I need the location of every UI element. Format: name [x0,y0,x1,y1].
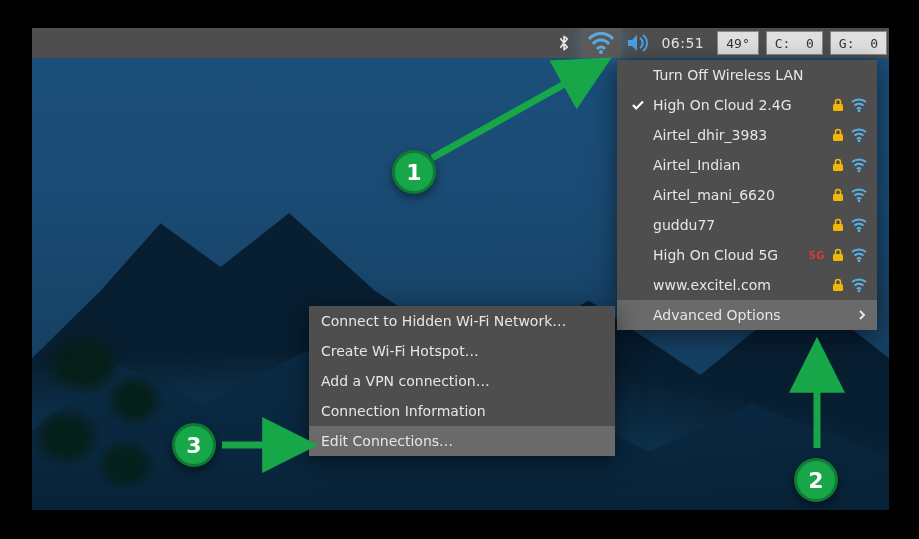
submenu-item-label: Connection Information [321,403,486,419]
submenu-item-label: Connect to Hidden Wi-Fi Network… [321,313,566,329]
submenu-item-add-vpn[interactable]: Add a VPN connection… [309,366,615,396]
clock[interactable]: 06:51 [655,35,710,51]
svg-rect-3 [833,134,843,141]
cpu-usage-widget[interactable]: C: 0 [766,31,823,55]
menu-item-turn-off-wifi[interactable]: Turn Off Wireless LAN [617,60,877,90]
submenu-item-create-hotspot[interactable]: Create Wi-Fi Hotspot… [309,336,615,366]
svg-point-14 [858,290,861,293]
network-ssid: Airtel_dhir_3983 [653,127,827,143]
checkmark-icon [631,98,645,112]
svg-rect-5 [833,164,843,171]
menu-item-network[interactable]: High On Cloud 5G5G [617,240,877,270]
wifi-signal-icon [851,247,867,263]
lock-icon [831,158,845,172]
wallpaper-foliage [32,327,203,510]
svg-point-8 [858,200,861,203]
menu-item-network[interactable]: www.excitel.com [617,270,877,300]
lock-icon [831,278,845,292]
svg-point-12 [858,260,861,263]
menu-item-network[interactable]: High On Cloud 2.4G [617,90,877,120]
network-ssid: High On Cloud 5G [653,247,805,263]
menu-item-network[interactable]: Airtel_mani_6620 [617,180,877,210]
svg-rect-7 [833,194,843,201]
network-ssid: High On Cloud 2.4G [653,97,827,113]
menu-item-network[interactable]: Airtel_dhir_3983 [617,120,877,150]
svg-point-4 [858,140,861,143]
annotation-arrow-1 [402,48,632,178]
wifi-signal-icon [851,97,867,113]
submenu-item-label: Add a VPN connection… [321,373,490,389]
chevron-right-icon [857,310,867,320]
annotation-arrow-2 [787,338,847,468]
submenu-item-connection-info[interactable]: Connection Information [309,396,615,426]
wifi-signal-icon [851,277,867,293]
svg-point-10 [858,230,861,233]
desktop-area: 06:51 49° C: 0 G: 0 Turn Off Wireless LA… [32,28,889,510]
annotation-step-1: 1 [392,150,436,194]
lock-icon [831,218,845,232]
svg-point-2 [858,110,861,113]
wifi-signal-icon [851,127,867,143]
network-ssid: Airtel_mani_6620 [653,187,827,203]
menu-item-network[interactable]: Airtel_Indian [617,150,877,180]
network-ssid: guddu77 [653,217,827,233]
svg-rect-11 [833,254,843,261]
annotation-arrow-3 [212,430,322,460]
svg-rect-1 [833,104,843,111]
lock-icon [831,248,845,262]
submenu-item-label: Edit Connections… [321,433,453,449]
menu-item-label: Advanced Options [653,307,853,323]
temperature-widget[interactable]: 49° [717,31,758,55]
five-g-badge: 5G [809,250,825,261]
gpu-usage-widget[interactable]: G: 0 [830,31,887,55]
svg-rect-13 [833,284,843,291]
lock-icon [831,98,845,112]
lock-icon [831,188,845,202]
wifi-signal-icon [851,157,867,173]
svg-point-6 [858,170,861,173]
menu-item-network[interactable]: guddu77 [617,210,877,240]
annotation-step-3: 3 [172,423,216,467]
network-ssid: Airtel_Indian [653,157,827,173]
submenu-item-connect-hidden[interactable]: Connect to Hidden Wi-Fi Network… [309,306,615,336]
svg-rect-9 [833,224,843,231]
wifi-signal-icon [851,217,867,233]
submenu-item-edit-connections[interactable]: Edit Connections… [309,426,615,456]
annotation-step-2: 2 [794,458,838,502]
network-ssid: www.excitel.com [653,277,827,293]
network-menu: Turn Off Wireless LAN High On Cloud 2.4G… [617,60,877,330]
menu-item-advanced-options[interactable]: Advanced Options [617,300,877,330]
wifi-signal-icon [851,187,867,203]
menu-item-label: Turn Off Wireless LAN [653,67,863,83]
advanced-options-submenu: Connect to Hidden Wi-Fi Network… Create … [309,306,615,456]
lock-icon [831,128,845,142]
submenu-item-label: Create Wi-Fi Hotspot… [321,343,479,359]
